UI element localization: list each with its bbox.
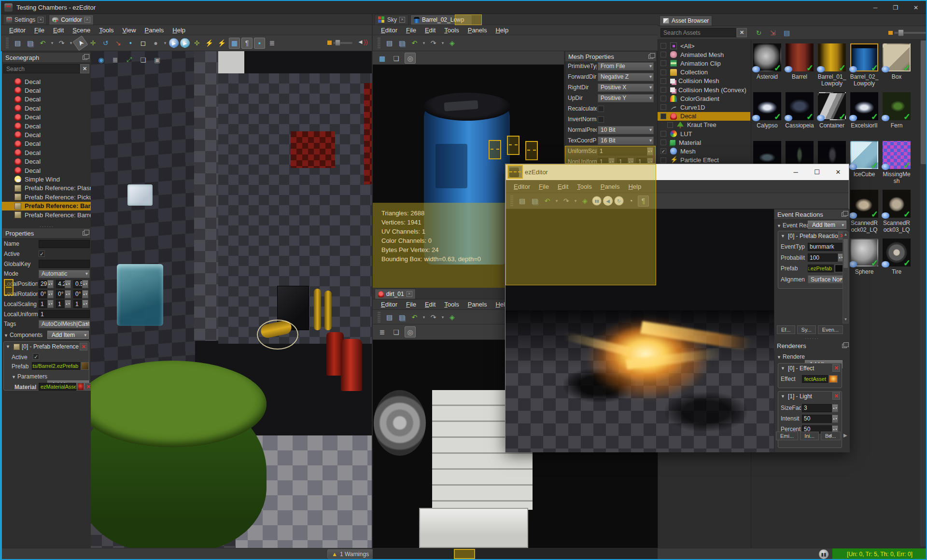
asset-filter-checkbox[interactable] [660, 96, 666, 101]
asset-filter-checkbox[interactable] [660, 87, 666, 93]
undo-caret-icon[interactable]: ▾ [421, 38, 426, 49]
spinner-buttons[interactable]: ▲▼ [832, 415, 838, 423]
export-play-icon[interactable]: ⚡ [216, 38, 227, 49]
float-panel-icon[interactable] [83, 231, 87, 236]
spinner-buttons[interactable]: ▲▼ [82, 280, 88, 288]
snap-dot-icon[interactable]: • [125, 38, 136, 49]
tab-scroll-right-icon[interactable]: ▶ [843, 433, 847, 438]
redo-caret-icon[interactable]: ▾ [69, 38, 73, 49]
asset-card[interactable]: ✓Barrel [785, 43, 815, 80]
tab-sky[interactable]: Sky ✕ [375, 14, 408, 25]
close-button[interactable]: ✕ [906, 1, 926, 14]
import-icon[interactable]: ⇲ [767, 27, 778, 38]
snap-blue-icon[interactable]: ▪ [254, 38, 265, 49]
menu-help[interactable]: Help [168, 26, 190, 35]
camera-speed-handle[interactable] [335, 40, 340, 46]
camera-icon[interactable]: ▣ [152, 54, 163, 65]
asset-thumbnail[interactable]: ✓ [850, 141, 878, 169]
property-value-field[interactable]: 50 [802, 415, 832, 423]
renderers-list-label[interactable]: ▼Rendere [777, 353, 805, 360]
scenegraph-item[interactable]: Decal [2, 104, 91, 112]
layers-icon[interactable]: ≣ [377, 326, 388, 337]
property-value-field[interactable] [39, 260, 90, 268]
asset-card[interactable]: ✓Sphere [849, 238, 879, 275]
menu-editor[interactable]: Editor [5, 26, 30, 35]
asset-tree-item[interactable]: Curve1D [658, 103, 750, 112]
renderers-header[interactable]: Renderers [774, 340, 850, 351]
properties-header[interactable]: Properties [2, 228, 91, 238]
screenshot-icon[interactable]: ❏ [391, 326, 402, 337]
scale-icon[interactable]: ↘ [112, 38, 124, 49]
toolbar-grip[interactable] [6, 38, 9, 48]
asset-thumbnail[interactable]: ✓ [883, 141, 911, 169]
redo-icon[interactable]: ↷ [56, 38, 67, 49]
tab-close-icon[interactable]: ✕ [399, 17, 405, 23]
asset-thumbnail[interactable]: ✓ [818, 92, 846, 120]
property-value-field[interactable]: 100 [808, 253, 838, 262]
scenegraph-item[interactable]: Prefab Reference: Pickup_P [2, 193, 91, 201]
vector-field[interactable]: 1 [39, 300, 48, 308]
property-dropdown[interactable]: 10 Bit [598, 126, 654, 134]
minimize-button[interactable]: ─ [865, 1, 885, 14]
asset-thumbnail[interactable]: ✓ [818, 43, 846, 71]
tab-dirt-01[interactable]: dirt_01 ✕ [375, 289, 416, 299]
asset-thumb[interactable] [829, 375, 838, 383]
asset-filter-checkbox[interactable] [660, 70, 666, 75]
asset-tree-item[interactable]: Collection [658, 68, 750, 77]
property-dropdown[interactable]: Positive X [598, 84, 654, 92]
property-dropdown[interactable]: From File [598, 62, 654, 70]
save-icon[interactable]: ▤ [12, 38, 23, 49]
scenegraph-item[interactable]: Decal [2, 95, 91, 104]
mode-caret-icon[interactable]: ▾ [163, 38, 168, 49]
event-reactions-header[interactable]: Event Reactions [774, 209, 850, 220]
prefab-reaction-title[interactable]: ▼ [0] - Prefab Reaction [781, 233, 841, 239]
float-panel-icon[interactable] [648, 55, 653, 59]
asset-filter-checkbox[interactable] [660, 52, 666, 57]
save-all-icon[interactable]: ▤ [396, 311, 407, 322]
asset-card[interactable]: ✓Barrel_02_Lowpoly [849, 43, 879, 87]
scenegraph-item[interactable]: Simple Wind [2, 175, 91, 183]
asset-filter-checkbox[interactable]: ✓ [660, 148, 666, 154]
vector-field[interactable]: 29 m [39, 280, 48, 288]
property-value-field[interactable]: 3 [802, 404, 832, 412]
prefab-asset-value[interactable]: cts/Barrel2.ezPrefab [32, 362, 80, 370]
asset-search-clear-icon[interactable]: ✕ [737, 28, 747, 37]
menu-editor[interactable]: Editor [377, 300, 402, 309]
asset-card[interactable]: ✓Calypso [752, 92, 782, 129]
property-dropdown[interactable]: Negative Z [598, 73, 654, 81]
light-group-title[interactable]: ▼ [1] - Light [781, 393, 812, 400]
property-value-field[interactable] [39, 240, 90, 248]
asset-tree-item[interactable]: Kraut Tree [658, 121, 750, 129]
property-dropdown[interactable]: AutoColMesh|CastShadow [39, 320, 90, 328]
scenegraph-item[interactable]: Decal [2, 157, 91, 166]
tab-settings[interactable]: Settings ✕ [3, 14, 47, 25]
redo-icon[interactable]: ↷ [428, 311, 439, 322]
remote-icon[interactable]: ◎ [405, 326, 416, 337]
material-thumb[interactable] [77, 383, 84, 391]
toolbar-grip[interactable] [378, 38, 380, 48]
dock-tab-emi[interactable]: Emi... [776, 432, 798, 440]
asset-tree-item[interactable]: <All> [658, 42, 750, 50]
spinner-buttons[interactable]: ▲▼ [82, 300, 88, 308]
scenegraph-search-input[interactable]: Search [3, 64, 80, 73]
menu-panels[interactable]: Panels [140, 26, 169, 35]
menu-tools[interactable]: Tools [95, 26, 118, 35]
spinner-buttons[interactable]: ▲▼ [82, 290, 88, 298]
transform-all-icon[interactable]: ↻ [753, 27, 764, 38]
undo-caret-icon[interactable]: ▾ [421, 311, 426, 322]
search-clear-icon[interactable]: ✕ [80, 64, 89, 73]
dock-tab-ef[interactable]: Ef... [777, 325, 795, 334]
float-panel-icon[interactable] [842, 212, 846, 217]
asset-card[interactable]: ✓Container [817, 92, 847, 129]
spinner-buttons[interactable]: ▲▼ [65, 280, 71, 288]
layers-icon[interactable]: ≣ [267, 38, 278, 49]
scenegraph-item[interactable]: Prefab Reference: Plasma_S [2, 184, 91, 193]
property-value-field[interactable]: 1 [39, 310, 90, 318]
scene-viewport[interactable]: ◉≣⤢❏▣ [91, 51, 372, 548]
property-checkbox[interactable] [598, 116, 604, 123]
warnings-button[interactable]: ▲ 1 Warnings [327, 549, 373, 559]
asset-card[interactable]: ✓IceCube [849, 141, 879, 178]
asset-filter-checkbox[interactable] [660, 113, 666, 119]
scrollbar-thumb[interactable] [921, 41, 927, 164]
asset-search-input[interactable]: Search Assets [660, 28, 736, 37]
